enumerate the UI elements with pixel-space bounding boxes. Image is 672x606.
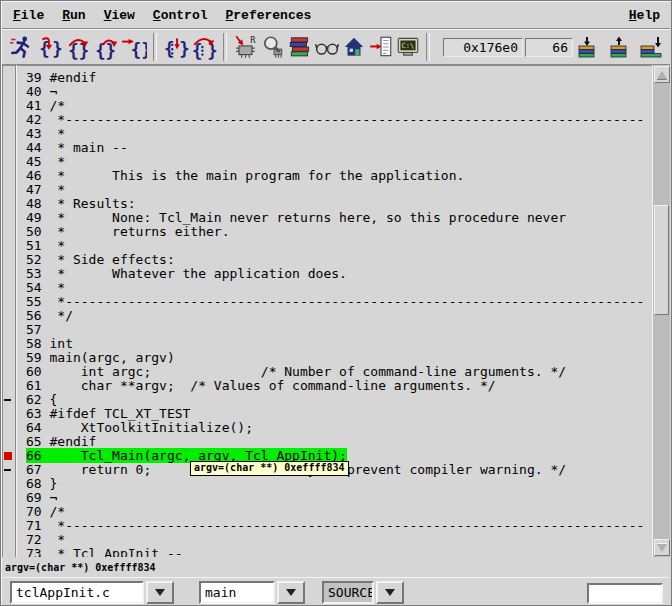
line-text: 65 #endif [26, 435, 96, 449]
step-over-button[interactable]: {} [64, 32, 92, 62]
source-line[interactable]: 68 } [2, 477, 653, 491]
menu-preferences[interactable]: Preferences [216, 8, 320, 23]
address-field[interactable]: 0x176e0 [443, 38, 523, 57]
line-gutter [2, 85, 15, 99]
step-instruction-button[interactable]: { } [162, 32, 190, 62]
source-line[interactable]: 69 ¬ [2, 491, 653, 505]
value-tooltip: argv=(char **) 0xeffff834 [190, 461, 349, 476]
source-line[interactable]: 41 /* [2, 99, 653, 113]
line-number-field[interactable]: 66 [525, 38, 573, 57]
source-line[interactable]: 43 * [2, 127, 653, 141]
source-line[interactable]: 73 * Tcl_AppInit -- [2, 547, 653, 557]
line-text: 42 *------------------------------------… [26, 113, 644, 127]
library-button[interactable] [286, 32, 313, 62]
source-line[interactable]: 48 * Results: [2, 197, 653, 211]
step-into-button[interactable]: { } [36, 32, 64, 62]
source-line[interactable]: 52 * Side effects: [2, 253, 653, 267]
menu-run[interactable]: Run [53, 8, 94, 23]
function-selector-value: main [199, 581, 275, 604]
function-selector-dropdown-button[interactable] [277, 581, 305, 604]
source-line[interactable]: 51 * [2, 239, 653, 253]
home-button[interactable] [340, 32, 367, 62]
run-to-cursor-button[interactable]: {} [120, 32, 148, 62]
source-line[interactable]: 53 * Whatever the application does. [2, 267, 653, 281]
line-text: 57 [26, 323, 49, 337]
stack-frame-up-button[interactable] [605, 32, 632, 62]
reset-target-button[interactable]: R [232, 32, 259, 62]
source-line[interactable]: 61 char **argv; /* Values of command-lin… [2, 379, 653, 393]
next-instruction-button[interactable]: { } [190, 32, 218, 62]
source-line[interactable]: 70 /* [2, 505, 653, 519]
goto-line-button[interactable] [367, 32, 394, 62]
line-text: 53 * Whatever the application does. [26, 267, 347, 281]
step-out-icon: {} [93, 34, 119, 60]
source-line[interactable]: 58 int [2, 337, 653, 351]
source-line[interactable]: 64 XtToolkitInitialize(); [2, 421, 653, 435]
source-line[interactable]: 72 * [2, 533, 653, 547]
minus-marker [4, 399, 11, 401]
source-line[interactable]: 46 * This is the main program for the ap… [2, 169, 653, 183]
source-line[interactable]: 62 { [2, 393, 653, 407]
line-gutter [2, 309, 15, 323]
source-line[interactable]: 47 * [2, 183, 653, 197]
source-line[interactable]: 40 ¬ [2, 85, 653, 99]
menu-help[interactable]: Help [619, 8, 670, 23]
file-selector-dropdown-button[interactable] [146, 581, 174, 604]
source-line[interactable]: 59 main(argc, argv) [2, 351, 653, 365]
browse-icon [314, 34, 340, 60]
source-line[interactable]: 57 [2, 323, 653, 337]
source-line[interactable]: 45 * [2, 155, 653, 169]
line-gutter [2, 225, 15, 239]
line-text: 48 * Results: [26, 197, 136, 211]
scroll-down-button[interactable] [654, 539, 670, 556]
line-text: 60 int argc; /* Number of command-line a… [26, 365, 566, 379]
stack-frame-down-icon [575, 35, 599, 59]
toolbar-separator [426, 33, 430, 61]
source-line[interactable]: 44 * main -- [2, 141, 653, 155]
function-selector[interactable]: main [199, 581, 305, 604]
file-selector[interactable]: tclAppInit.c [10, 581, 174, 604]
stack-frame-down-button[interactable] [573, 32, 600, 62]
console-button[interactable]: C:\ [394, 32, 421, 62]
line-text: 58 int [26, 337, 73, 351]
line-text: 72 * [26, 533, 65, 547]
source-line[interactable]: 54 * [2, 281, 653, 295]
vertical-scrollbar[interactable] [652, 65, 670, 557]
step-out-button[interactable]: {} [92, 32, 120, 62]
scrollbar-thumb[interactable] [654, 205, 669, 315]
browse-button[interactable] [313, 32, 340, 62]
source-line[interactable]: 63 #ifdef TCL_XT_TEST [2, 407, 653, 421]
menu-file[interactable]: File [4, 8, 53, 23]
scroll-up-button[interactable] [654, 66, 670, 83]
source-line[interactable]: 50 * returns either. [2, 225, 653, 239]
step-instruction-icon: { } [163, 34, 189, 60]
minus-marker [4, 469, 11, 471]
line-gutter [2, 379, 15, 393]
line-gutter [2, 281, 15, 295]
line-text: 64 XtToolkitInitialize(); [26, 421, 253, 435]
menu-view[interactable]: View [95, 8, 144, 23]
source-line[interactable]: 71 *------------------------------------… [2, 519, 653, 533]
inspect-icon [260, 34, 286, 60]
menu-control[interactable]: Control [144, 8, 217, 23]
source-line[interactable]: 65 #endif [2, 435, 653, 449]
line-text: 55 *------------------------------------… [26, 295, 644, 309]
source-line[interactable]: 49 * None: Tcl_Main never returns here, … [2, 211, 653, 225]
view-mode-selector[interactable]: SOURCE [322, 581, 404, 604]
source-line[interactable]: 42 *------------------------------------… [2, 113, 653, 127]
footer-text-field[interactable] [587, 583, 663, 604]
line-text: 47 * [26, 183, 65, 197]
source-line[interactable]: 60 int argc; /* Number of command-line a… [2, 365, 653, 379]
view-mode-dropdown-button[interactable] [376, 581, 404, 604]
source-line[interactable]: 39 #endif [2, 71, 653, 85]
home-icon [341, 34, 367, 60]
source-line[interactable]: 55 *------------------------------------… [2, 295, 653, 309]
inspect-button[interactable] [259, 32, 286, 62]
line-gutter [2, 211, 15, 225]
source-line[interactable]: 56 */ [2, 309, 653, 323]
run-button[interactable] [8, 32, 36, 62]
stack-frame-bottom-button[interactable] [637, 32, 664, 62]
line-gutter [2, 183, 15, 197]
line-gutter [2, 239, 15, 253]
goto-line-icon [368, 34, 394, 60]
